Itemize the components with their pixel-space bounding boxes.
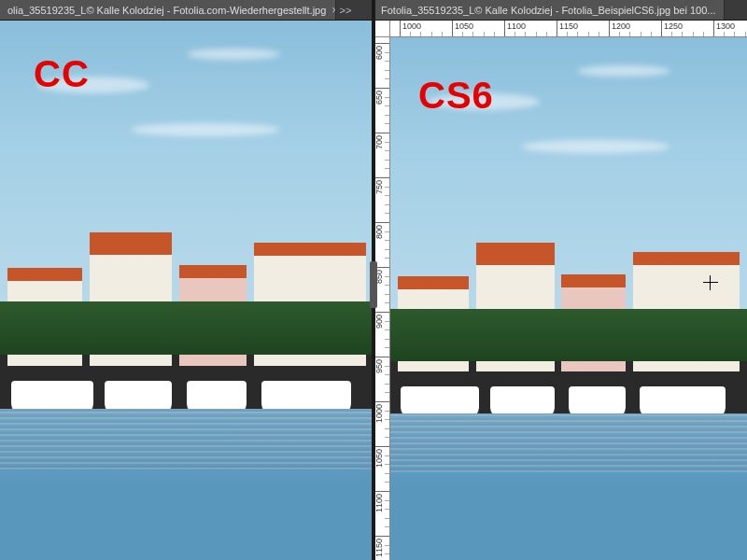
pane-divider[interactable] bbox=[372, 0, 375, 560]
document-pane-left: olia_35519235_L© Kalle Kolodziej - Fotol… bbox=[0, 0, 374, 560]
ruler-h-tick bbox=[400, 21, 401, 36]
ruler-v-tick: 1000 bbox=[374, 401, 389, 402]
ruler-h-tick bbox=[713, 21, 714, 36]
ruler-v-tick: 1150 bbox=[374, 536, 389, 537]
ruler-origin[interactable] bbox=[374, 21, 390, 37]
tab-bar-right: Fotolia_35519235_L© Kalle Kolodziej - Fo… bbox=[374, 0, 747, 21]
ruler-v-tick: 900 bbox=[374, 312, 389, 313]
ruler-h-tick bbox=[504, 21, 505, 36]
image-content-left bbox=[0, 21, 374, 560]
ruler-horizontal[interactable] bbox=[390, 21, 747, 37]
ruler-v-tick: 800 bbox=[374, 222, 389, 223]
ruler-v-tick: 700 bbox=[374, 133, 389, 133]
tab-bar-left: olia_35519235_L© Kalle Kolodziej - Fotol… bbox=[0, 0, 374, 21]
canvas-right[interactable]: CS6 bbox=[390, 37, 747, 560]
document-pane-right: Fotolia_35519235_L© Kalle Kolodziej - Fo… bbox=[374, 0, 747, 560]
ruler-h-tick bbox=[609, 21, 610, 36]
ruler-h-tick bbox=[661, 21, 662, 36]
ruler-v-tick: 1100 bbox=[374, 491, 389, 492]
ruler-v-tick: 1050 bbox=[374, 446, 389, 447]
version-label-left: CC bbox=[34, 53, 90, 95]
ruler-h-tick bbox=[452, 21, 453, 36]
tab-title: olia_35519235_L© Kalle Kolodziej - Fotol… bbox=[7, 5, 326, 16]
tab-overflow-button[interactable]: >> bbox=[336, 0, 355, 20]
ruler-v-tick: 600 bbox=[374, 43, 389, 44]
chevron-right-icon: >> bbox=[340, 5, 352, 16]
version-label-right: CS6 bbox=[418, 75, 494, 117]
canvas-left[interactable]: CC bbox=[0, 21, 374, 560]
ruler-h-tick bbox=[557, 21, 557, 36]
ruler-v-tick: 950 bbox=[374, 357, 389, 357]
document-tab-right[interactable]: Fotolia_35519235_L© Kalle Kolodziej - Fo… bbox=[374, 0, 725, 20]
ruler-v-tick: 650 bbox=[374, 88, 389, 89]
document-tab-left[interactable]: olia_35519235_L© Kalle Kolodziej - Fotol… bbox=[0, 0, 336, 20]
tab-title: Fotolia_35519235_L© Kalle Kolodziej - Fo… bbox=[381, 5, 716, 16]
ruler-v-tick: 750 bbox=[374, 177, 389, 178]
